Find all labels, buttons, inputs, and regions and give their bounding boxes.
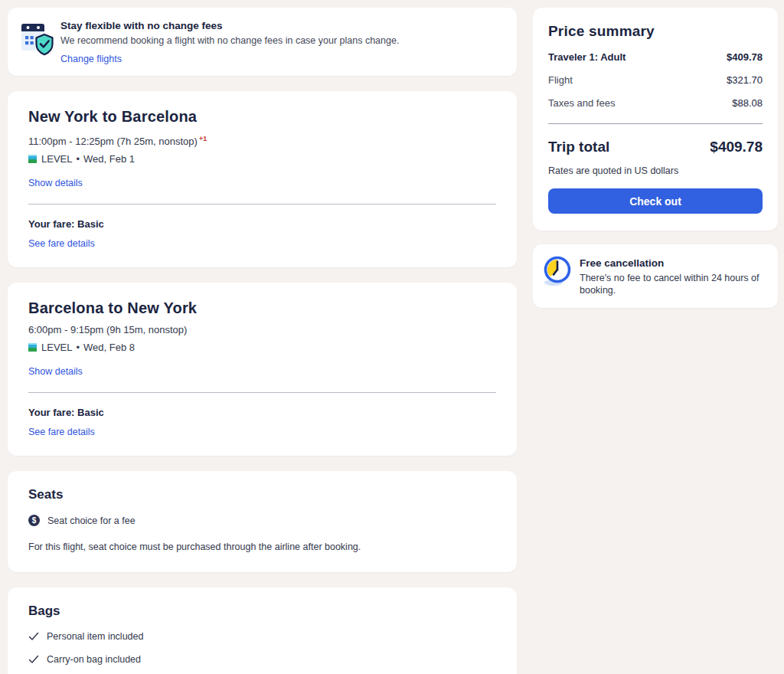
divider xyxy=(548,123,763,124)
price-row-label: Traveler 1: Adult xyxy=(548,51,626,63)
flight-time: 6:00pm - 9:15pm (9h 15m, nonstop) xyxy=(28,324,496,336)
bag-included-text: Personal item included xyxy=(47,631,143,642)
free-cancellation-title: Free cancellation xyxy=(580,257,766,270)
level-airline-logo xyxy=(28,155,37,163)
price-row-traveler: Traveler 1: Adult $409.78 xyxy=(548,51,763,63)
check-icon xyxy=(28,654,39,665)
rates-note: Rates are quoted in US dollars xyxy=(548,165,763,176)
price-summary-card: Price summary Traveler 1: Adult $409.78 … xyxy=(533,8,778,231)
no-change-fees-banner: Stay flexible with no change fees We rec… xyxy=(8,8,517,76)
price-row-label: Flight xyxy=(548,74,573,86)
calendar-shield-icon xyxy=(20,20,54,61)
seats-title: Seats xyxy=(28,487,496,502)
fare-label: Your fare: Basic xyxy=(28,407,496,418)
banner-description: We recommend booking a flight with no ch… xyxy=(60,34,399,47)
free-cancellation-card: Free cancellation There's no fee to canc… xyxy=(533,244,778,308)
airline-row: LEVEL • Wed, Feb 1 xyxy=(28,153,496,165)
banner-content: Stay flexible with no change fees We rec… xyxy=(60,19,399,65)
flight-card-outbound: New York to Barcelona 11:00pm - 12:25pm … xyxy=(8,91,517,267)
bag-included-row: Personal item included xyxy=(28,631,496,642)
airline-name: LEVEL xyxy=(41,342,72,353)
divider xyxy=(28,392,496,393)
banner-title: Stay flexible with no change fees xyxy=(60,19,399,32)
show-details-link[interactable]: Show details xyxy=(28,178,83,188)
show-details-link[interactable]: Show details xyxy=(28,366,83,377)
clock-icon xyxy=(542,255,573,290)
airline-name: LEVEL xyxy=(41,153,72,165)
dollar-fee-icon: $ xyxy=(28,515,40,526)
price-row-value: $321.70 xyxy=(727,74,763,86)
seat-fee-text: Seat choice for a fee xyxy=(47,515,136,526)
see-fare-details-link[interactable]: See fare details xyxy=(28,427,95,437)
flight-route-title: Barcelona to New York xyxy=(28,299,496,317)
next-day-indicator: +1 xyxy=(199,135,207,142)
dot-separator: • xyxy=(76,153,80,165)
checkout-page: Stay flexible with no change fees We rec… xyxy=(0,0,784,674)
check-icon xyxy=(28,631,39,642)
price-row-value: $409.78 xyxy=(727,51,763,63)
main-column: Stay flexible with no change fees We rec… xyxy=(8,8,517,674)
divider xyxy=(28,204,496,204)
flight-time: 11:00pm - 12:25pm (7h 25m, nonstop)+1 xyxy=(28,133,496,148)
price-row-label: Taxes and fees xyxy=(548,97,615,109)
free-cancellation-description: There's no fee to cancel within 24 hours… xyxy=(580,272,766,296)
fare-label: Your fare: Basic xyxy=(28,218,496,230)
trip-total-row: Trip total $409.78 xyxy=(548,139,763,155)
see-fare-details-link[interactable]: See fare details xyxy=(28,238,95,249)
bags-card: Bags Personal item included Carry-on bag… xyxy=(8,587,517,674)
seats-card: Seats $ Seat choice for a fee For this f… xyxy=(8,471,517,572)
check-out-button[interactable]: Check out xyxy=(548,188,763,214)
trip-total-value: $409.78 xyxy=(710,139,763,155)
bag-included-row: Carry-on bag included xyxy=(28,654,496,665)
flight-date: Wed, Feb 8 xyxy=(83,342,135,353)
price-summary-title: Price summary xyxy=(548,23,763,40)
dot-separator: • xyxy=(76,342,80,353)
seat-fee-row: $ Seat choice for a fee xyxy=(28,515,496,526)
bags-title: Bags xyxy=(28,604,496,619)
seats-note: For this flight, seat choice must be pur… xyxy=(28,541,496,553)
change-flights-link[interactable]: Change flights xyxy=(60,54,122,64)
flight-date: Wed, Feb 1 xyxy=(83,153,135,165)
price-row-value: $88.08 xyxy=(732,97,763,109)
airline-row: LEVEL • Wed, Feb 8 xyxy=(28,342,496,353)
flight-card-return: Barcelona to New York 6:00pm - 9:15pm (9… xyxy=(8,283,517,456)
level-airline-logo xyxy=(28,343,37,352)
flight-time-text: 11:00pm - 12:25pm (7h 25m, nonstop) xyxy=(28,136,198,147)
cancel-content: Free cancellation There's no fee to canc… xyxy=(580,255,766,296)
flight-route-title: New York to Barcelona xyxy=(28,107,496,126)
side-column: Price summary Traveler 1: Adult $409.78 … xyxy=(533,8,778,308)
bag-included-text: Carry-on bag included xyxy=(47,654,141,665)
price-row-taxes: Taxes and fees $88.08 xyxy=(548,97,763,109)
flight-time-text: 6:00pm - 9:15pm (9h 15m, nonstop) xyxy=(28,324,187,335)
price-row-flight: Flight $321.70 xyxy=(548,74,763,86)
trip-total-label: Trip total xyxy=(548,139,609,155)
